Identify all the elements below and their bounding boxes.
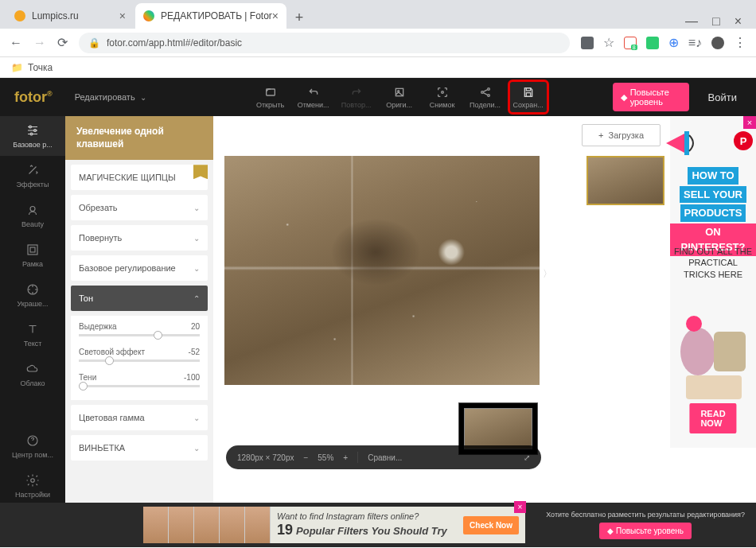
zoom-dims: 1280px × 720px — [237, 453, 294, 462]
bottom-promo: Хотите бесплатно разместить результаты р… — [546, 511, 745, 540]
svg-point-17 — [31, 479, 35, 483]
ad-products-image — [670, 284, 756, 411]
favicon-icon — [14, 10, 25, 21]
url-input[interactable]: 🔒 fotor.com/app.html#/editor/basic — [79, 33, 570, 53]
tab-lumpics[interactable]: Lumpics.ru × — [6, 3, 134, 29]
next-arrow-icon[interactable]: 〉 — [543, 267, 552, 281]
nav-frame[interactable]: Рамка — [0, 235, 65, 275]
section-vignette[interactable]: ВИНЬЕТКА⌄ — [71, 435, 208, 461]
ad-headline: HOW TO SELL YOUR PRODUCTS ON PINTEREST? — [670, 166, 756, 257]
main-image[interactable] — [224, 156, 540, 385]
redo-button[interactable]: Повтор... — [336, 80, 377, 115]
upgrade-button[interactable]: ◆Повысьте уровень — [613, 83, 689, 111]
playlist-icon[interactable]: ≡♪ — [688, 36, 702, 50]
nav-beauty[interactable]: Beauty — [0, 196, 65, 235]
menu-icon[interactable]: ⋮ — [734, 35, 746, 50]
upload-button[interactable]: + Загрузка — [582, 124, 661, 146]
section-crop[interactable]: Обрезать⌄ — [71, 195, 208, 220]
zoom-in-icon[interactable]: + — [343, 453, 348, 462]
close-window-icon[interactable]: × — [735, 14, 742, 29]
diamond-icon: ◆ — [621, 92, 627, 103]
fotor-app: fotor® Редактировать ⌄ Открыть Отмени...… — [0, 78, 756, 547]
fotor-logo[interactable]: fotor® — [0, 89, 67, 106]
maximize-icon[interactable]: □ — [712, 14, 720, 29]
open-button[interactable]: Открыть — [250, 80, 291, 115]
nav-stickers[interactable]: Украше... — [0, 275, 65, 315]
bookmark-label: Точка — [28, 62, 53, 73]
zoom-pct: 55% — [318, 453, 333, 462]
login-button[interactable]: Войти — [689, 91, 756, 103]
bottom-bar: × Want to find Instagram filters online?… — [0, 503, 756, 547]
light-slider[interactable] — [79, 360, 200, 362]
bookmarks-bar: 📁 Точка — [0, 57, 756, 78]
upgrade-button-bottom[interactable]: ◆ Повысьте уровень — [599, 523, 692, 539]
nav-cloud[interactable]: Облако — [0, 355, 65, 394]
globe-icon[interactable]: ⊕ — [668, 35, 679, 50]
new-tab-button[interactable]: + — [288, 6, 310, 29]
nav-effects[interactable]: Эффекты — [0, 156, 65, 196]
translate-icon[interactable] — [581, 37, 594, 49]
read-now-button[interactable]: READ NOW — [689, 403, 736, 433]
check-now-button[interactable]: Check Now — [463, 516, 519, 534]
close-icon[interactable]: × — [119, 10, 126, 22]
edit-dropdown[interactable]: Редактировать ⌄ — [67, 92, 154, 102]
reload-icon[interactable]: ⟳ — [57, 35, 68, 50]
section-rotate[interactable]: Повернуть⌄ — [71, 225, 208, 251]
nav-settings[interactable]: Настройки — [0, 466, 65, 506]
exposure-slider[interactable] — [79, 334, 200, 336]
snapshot-button[interactable]: Снимок — [422, 80, 463, 115]
section-tone[interactable]: Тон⌃ — [71, 286, 208, 311]
svg-rect-8 — [526, 92, 530, 96]
section-basic[interactable]: Базовое регулирование⌄ — [71, 255, 208, 281]
close-icon[interactable]: × — [272, 10, 279, 22]
svg-point-22 — [686, 316, 702, 332]
panel-header[interactable]: Увелечение одной клавишей — [65, 116, 213, 160]
chevron-down-icon: ⌄ — [193, 414, 200, 422]
star-icon[interactable]: ☆ — [603, 35, 614, 50]
ad-close-button[interactable]: × — [743, 116, 756, 129]
nav-basic[interactable]: Базовое р... — [0, 116, 65, 156]
minimize-icon[interactable]: — — [685, 14, 698, 29]
slider-thumb-icon[interactable] — [79, 382, 88, 391]
slider-thumb-icon[interactable] — [105, 356, 114, 365]
app-header: fotor® Редактировать ⌄ Открыть Отмени...… — [0, 78, 756, 116]
chevron-down-icon: ⌄ — [193, 204, 200, 212]
right-ad: × P HOW TO SELL YOUR PRODUCTS ON PINTERE… — [670, 117, 756, 448]
share-button[interactable]: Подели... — [465, 80, 506, 115]
undo-button[interactable]: Отмени... — [293, 80, 334, 115]
svg-rect-18 — [684, 131, 689, 155]
bottom-ad[interactable]: × Want to find Instagram filters online?… — [143, 507, 525, 543]
original-button[interactable]: Ориги... — [379, 80, 420, 115]
section-color[interactable]: Цветовая гамма⌄ — [71, 405, 208, 430]
ad-close-button[interactable]: × — [514, 501, 526, 513]
expand-icon[interactable]: ⤢ — [524, 453, 530, 462]
svg-rect-13 — [28, 245, 37, 255]
forward-icon[interactable]: → — [33, 36, 46, 50]
nav-text[interactable]: Текст — [0, 315, 65, 355]
compare-button[interactable]: Сравни... — [368, 453, 402, 462]
tab-fotor[interactable]: РЕДАКТИРОВАТЬ | Fotor × — [135, 3, 286, 29]
browser-tabstrip: Lumpics.ru × РЕДАКТИРОВАТЬ | Fotor × + —… — [0, 0, 756, 29]
edit-label: Редактировать — [75, 92, 135, 102]
shadows-slider[interactable] — [79, 385, 200, 387]
svg-point-19 — [680, 328, 715, 375]
nav-help[interactable]: Центр пом... — [0, 426, 65, 466]
back-icon[interactable]: ← — [10, 36, 22, 50]
extensions: ☆ 8 ⊕ ≡♪ ⋮ — [581, 35, 746, 50]
adblock-icon[interactable]: 8 — [624, 37, 637, 49]
bookmark-folder[interactable]: 📁 Точка — [11, 62, 53, 73]
svg-rect-21 — [686, 375, 742, 399]
section-magic[interactable]: МАГИЧЕСКИЕ ЩИПЦЫ — [71, 165, 208, 190]
address-bar: ← → ⟳ 🔒 fotor.com/app.html#/editor/basic… — [0, 29, 756, 57]
slider-value: 20 — [191, 322, 200, 331]
thumbnail[interactable] — [586, 156, 664, 205]
pinterest-icon[interactable]: P — [734, 131, 753, 150]
slider-thumb-icon[interactable] — [154, 331, 162, 340]
ext-green-icon[interactable] — [646, 37, 659, 49]
ad-thumbnails — [143, 507, 271, 543]
save-button[interactable]: Сохран... — [508, 80, 549, 115]
svg-point-11 — [30, 133, 33, 135]
zoom-out-icon[interactable]: − — [303, 453, 308, 462]
avatar-icon[interactable] — [711, 37, 724, 49]
svg-point-3 — [441, 91, 443, 93]
